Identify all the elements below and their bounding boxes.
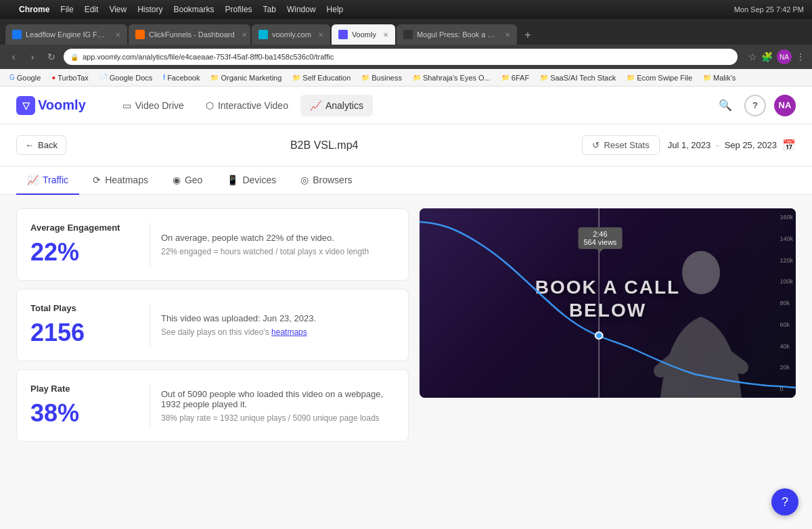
tab-traffic-label: Traffic	[43, 175, 68, 185]
file-menu[interactable]: File	[60, 5, 73, 14]
video-drive-icon: ▭	[122, 100, 131, 111]
tab-devices[interactable]: 📱 Devices	[216, 166, 287, 195]
total-plays-sub-prefix: See daily plays on this video's	[161, 327, 271, 337]
tab-close-3[interactable]: ✕	[318, 31, 323, 39]
heatmaps-link[interactable]: heatmaps	[271, 327, 307, 337]
engagement-chart	[420, 208, 796, 398]
bookmark-shahraja[interactable]: 📁 Shahraja's Eyes O...	[409, 72, 495, 83]
tab-geo[interactable]: ◉ Geo	[162, 166, 213, 195]
new-tab-button[interactable]: +	[518, 26, 537, 45]
profile-icon[interactable]: NA	[777, 49, 792, 64]
bookmark-icon[interactable]: ☆	[748, 51, 757, 62]
traffic-tab-icon: 📈	[27, 175, 39, 185]
bookmark-saas[interactable]: 📁 SaaS/AI Tech Stack	[536, 72, 620, 83]
help-menu[interactable]: Help	[327, 5, 344, 14]
help-button[interactable]: ?	[744, 95, 766, 116]
browser-tab-2[interactable]: ClickFunnels - Dashboard ✕	[129, 24, 250, 45]
search-button[interactable]: 🔍	[715, 95, 736, 116]
total-plays-sub: See daily plays on this video's heatmaps	[161, 327, 394, 337]
file-title: B2B VSL.mp4	[77, 139, 572, 152]
tab-menu[interactable]: Tab	[263, 5, 276, 14]
play-rate-sub: 38% play rate = 1932 unique plays / 5090…	[161, 413, 394, 423]
nav-video-drive-label: Video Drive	[135, 100, 184, 111]
play-rate-label: Play Rate	[30, 384, 139, 394]
play-rate-desc: Out of 5090 people who loaded this video…	[161, 389, 394, 409]
bookmark-turbotax[interactable]: ● TurboTax	[47, 72, 93, 83]
total-plays-card: Total Plays 2156 This video was uploaded…	[16, 289, 409, 361]
bookmark-business-label: Business	[371, 74, 402, 82]
logo-text: Voomly	[38, 97, 86, 113]
tab-geo-label: Geo	[185, 175, 202, 185]
logo-icon: ▽	[16, 96, 35, 115]
address-bar[interactable]: 🔒 app.voomly.com/analytics/file/e4caeaae…	[64, 49, 738, 65]
browser-tab-1[interactable]: Leadflow Engine IG Funnel - G... ✕	[5, 24, 127, 45]
nav-analytics-label: Analytics	[325, 100, 363, 111]
bookmark-organic-marketing[interactable]: 📁 Organic Marketing	[206, 72, 286, 83]
reset-stats-button[interactable]: ↺ Reset Stats	[582, 135, 659, 155]
chart-wrapper: BOOK A CALL BELOW	[420, 208, 796, 398]
edit-menu[interactable]: Edit	[85, 5, 99, 14]
browser-tab-5[interactable]: Mogul Press: Book a call with... ✕	[397, 24, 517, 45]
bookmark-self-education[interactable]: 📁 Self Education	[288, 72, 355, 83]
total-plays-desc-text: This video was uploaded: Jun 23, 2023.	[161, 313, 316, 323]
bookmark-google[interactable]: G Google	[5, 72, 45, 83]
browsers-tab-icon: ◎	[300, 175, 309, 185]
bookmark-ecom[interactable]: 📁 Ecom Swipe File	[623, 72, 696, 83]
play-rate-value: 38%	[30, 399, 139, 428]
user-avatar[interactable]: NA	[774, 95, 796, 116]
chrome-menu[interactable]: Chrome	[19, 5, 49, 14]
y-axis-40k: 40k	[780, 343, 793, 350]
address-bar-row: ‹ › ↻ 🔒 app.voomly.com/analytics/file/e4…	[0, 45, 812, 69]
profiles-menu[interactable]: Profiles	[225, 5, 252, 14]
tab-browsers-label: Browsers	[313, 175, 352, 185]
engagement-card: Average Engagement 22% On average, peopl…	[16, 208, 409, 281]
app-container: ▽ Voomly ▭ Video Drive ⬡ Interactive Vid…	[0, 87, 812, 529]
app-logo[interactable]: ▽ Voomly	[16, 96, 86, 115]
engagement-left: Average Engagement 22%	[30, 223, 139, 267]
y-axis-60k: 60k	[780, 321, 793, 328]
nav-video-drive[interactable]: ▭ Video Drive	[113, 95, 194, 116]
refresh-button[interactable]: ↻	[45, 51, 58, 62]
tab-heatmaps[interactable]: ⟳ Heatmaps	[82, 166, 159, 195]
macos-right: Mon Sep 25 7:42 PM	[734, 5, 804, 14]
window-menu[interactable]: Window	[287, 5, 316, 14]
menu-icon[interactable]: ⋮	[796, 51, 805, 62]
turbotax-favicon: ●	[51, 74, 55, 81]
content-header: ← Back B2B VSL.mp4 ↺ Reset Stats Jul 1, …	[0, 124, 812, 166]
bookmark-business[interactable]: 📁 Business	[357, 72, 406, 83]
reset-icon: ↺	[592, 140, 600, 150]
view-menu[interactable]: View	[109, 5, 127, 14]
tab-close-4[interactable]: ✕	[383, 31, 388, 39]
play-rate-card: Play Rate 38% Out of 5090 people who loa…	[16, 369, 409, 442]
folder-icon-8: 📁	[703, 74, 711, 81]
tab-traffic[interactable]: 📈 Traffic	[16, 166, 79, 195]
folder-icon-2: 📁	[292, 74, 300, 81]
bookmark-shahraja-label: Shahraja's Eyes O...	[423, 74, 491, 82]
nav-interactive-video[interactable]: ⬡ Interactive Video	[196, 95, 298, 116]
folder-icon-1: 📁	[210, 74, 219, 81]
bookmark-6faf[interactable]: 📁 6FAF	[497, 72, 533, 83]
tab-browsers[interactable]: ◎ Browsers	[290, 166, 363, 195]
nav-analytics[interactable]: 📈 Analytics	[300, 95, 373, 116]
history-menu[interactable]: History	[137, 5, 162, 14]
heatmaps-tab-icon: ⟳	[93, 175, 101, 185]
browser-tab-3[interactable]: voomly.com ✕	[252, 24, 330, 45]
calendar-icon[interactable]: 📅	[782, 139, 796, 152]
bookmarks-menu[interactable]: Bookmarks	[174, 5, 215, 14]
bookmark-googledocs[interactable]: 📄 Google Docs	[95, 72, 157, 83]
tab-close-2[interactable]: ✕	[242, 31, 247, 39]
bookmark-organic-marketing-label: Organic Marketing	[221, 74, 281, 82]
back-arrow-icon: ←	[25, 140, 34, 150]
tab-close-1[interactable]: ✕	[115, 31, 120, 39]
back-button[interactable]: ← Back	[16, 135, 66, 155]
back-nav-button[interactable]: ‹	[7, 51, 20, 62]
support-button[interactable]: ?	[771, 488, 798, 515]
tab-close-5[interactable]: ✕	[505, 31, 510, 39]
browser-tab-4[interactable]: Voomly ✕	[332, 24, 395, 45]
tab-label-1: Leadflow Engine IG Funnel - G...	[26, 30, 108, 39]
bookmark-malik[interactable]: 📁 Malik's	[699, 72, 740, 83]
play-rate-left: Play Rate 38%	[30, 384, 139, 428]
forward-nav-button[interactable]: ›	[26, 51, 39, 62]
extensions-icon[interactable]: 🧩	[761, 51, 773, 62]
bookmark-facebook[interactable]: f Facebook	[159, 72, 204, 83]
